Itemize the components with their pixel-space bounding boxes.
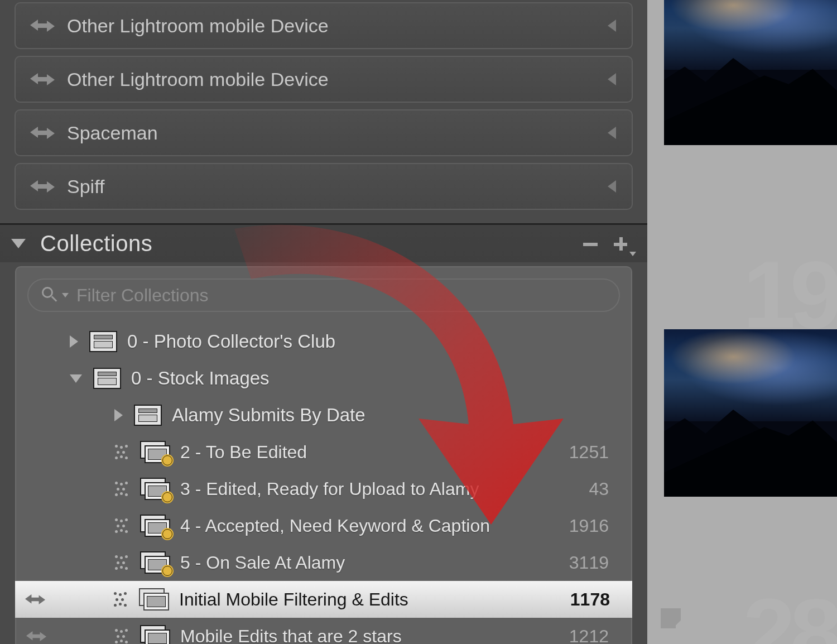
photo-count: 43 bbox=[589, 479, 609, 499]
chevron-left-icon[interactable] bbox=[608, 127, 616, 139]
left-panel: Other Lightroom mobile Device Other Ligh… bbox=[0, 0, 647, 644]
photo-count: 1251 bbox=[569, 442, 609, 463]
sync-icon bbox=[30, 124, 55, 141]
panel-title: Collections bbox=[40, 231, 152, 256]
drag-grip-icon[interactable] bbox=[114, 628, 130, 644]
flag-icon[interactable] bbox=[661, 608, 681, 628]
tree-label: 2 - To Be Edited bbox=[180, 442, 569, 463]
collection-set-pcc[interactable]: 0 - Photo Collector's Club bbox=[16, 323, 631, 360]
chevron-left-icon[interactable] bbox=[608, 20, 616, 32]
collections-panel-body: 0 - Photo Collector's Club 0 - Stock Ima… bbox=[15, 266, 632, 644]
smart-collection-on-sale[interactable]: 5 - On Sale At Alamy 3119 bbox=[16, 544, 631, 581]
sync-icon bbox=[30, 17, 55, 34]
tree-label: Initial Mobile Filtering & Edits bbox=[179, 589, 570, 610]
drag-grip-icon[interactable] bbox=[114, 555, 130, 570]
chevron-down-icon[interactable] bbox=[11, 239, 26, 248]
tree-label: Alamy Submits By Date bbox=[172, 405, 609, 426]
photo-count: 3119 bbox=[569, 552, 609, 573]
grid-thumbnails: 19 28 bbox=[647, 0, 837, 644]
collections-tree: 0 - Photo Collector's Club 0 - Stock Ima… bbox=[16, 323, 631, 644]
collection-initial-mobile-filtering[interactable]: Initial Mobile Filtering & Edits 1178 bbox=[15, 581, 632, 618]
device-label: Other Lightroom mobile Device bbox=[67, 69, 329, 90]
chevron-left-icon[interactable] bbox=[608, 73, 616, 85]
drag-grip-icon[interactable] bbox=[114, 444, 130, 460]
cell-index: 28 bbox=[743, 578, 837, 644]
collection-icon bbox=[140, 625, 170, 644]
device-row[interactable]: Spiff bbox=[15, 163, 633, 210]
sync-icon bbox=[25, 593, 45, 607]
sync-icon bbox=[30, 178, 55, 195]
filter-collections-input[interactable] bbox=[76, 285, 605, 306]
smart-collection-icon bbox=[140, 551, 170, 574]
drag-grip-icon[interactable] bbox=[114, 481, 130, 497]
filter-collections-field[interactable] bbox=[27, 278, 620, 312]
tree-label: Mobile Edits that are 2 stars bbox=[180, 626, 569, 645]
photo-count: 1178 bbox=[570, 589, 610, 610]
tree-label: 3 - Edited, Ready for Upload to Alamy bbox=[180, 479, 589, 499]
device-row[interactable]: Spaceman bbox=[15, 109, 633, 156]
drag-grip-icon[interactable] bbox=[114, 518, 130, 534]
drag-grip-icon[interactable] bbox=[113, 592, 129, 607]
chevron-left-icon[interactable] bbox=[608, 180, 616, 193]
photo-count: 1916 bbox=[569, 516, 609, 536]
tree-label: 0 - Stock Images bbox=[131, 368, 609, 389]
smart-collection-to-be-edited[interactable]: 2 - To Be Edited 1251 bbox=[16, 434, 631, 470]
tree-label: 0 - Photo Collector's Club bbox=[127, 331, 609, 352]
sync-icon bbox=[26, 629, 46, 643]
collection-set-icon bbox=[89, 331, 117, 352]
remove-collection-button[interactable] bbox=[580, 234, 600, 254]
smart-collection-accepted[interactable]: 4 - Accepted, Need Keyword & Caption 191… bbox=[16, 507, 631, 544]
search-menu-caret-icon[interactable] bbox=[62, 293, 69, 297]
smart-collection-icon bbox=[140, 441, 170, 463]
collections-panel-header[interactable]: Collections bbox=[0, 223, 647, 262]
sync-icon bbox=[30, 71, 55, 88]
device-row[interactable]: Other Lightroom mobile Device bbox=[15, 56, 633, 103]
collection-mobile-2stars[interactable]: Mobile Edits that are 2 stars 1212 bbox=[16, 618, 631, 644]
tree-label: 4 - Accepted, Need Keyword & Caption bbox=[180, 516, 569, 536]
add-collection-button[interactable] bbox=[610, 234, 631, 254]
collection-icon bbox=[139, 588, 169, 611]
search-icon bbox=[42, 287, 59, 304]
device-list: Other Lightroom mobile Device Other Ligh… bbox=[15, 2, 633, 210]
photo-count: 1212 bbox=[569, 626, 609, 645]
collection-set-stock[interactable]: 0 - Stock Images bbox=[16, 360, 631, 397]
collection-set-icon bbox=[134, 405, 162, 426]
smart-collection-icon bbox=[140, 478, 170, 500]
collection-set-icon bbox=[93, 368, 121, 389]
chevron-right-icon[interactable] bbox=[70, 335, 78, 348]
smart-collection-icon bbox=[140, 515, 170, 537]
thumbnail[interactable] bbox=[664, 0, 837, 145]
collection-set-alamy-dates[interactable]: Alamy Submits By Date bbox=[16, 397, 631, 434]
device-label: Spiff bbox=[67, 176, 104, 198]
device-label: Spaceman bbox=[67, 122, 158, 144]
chevron-right-icon[interactable] bbox=[114, 409, 123, 421]
smart-collection-edited-ready[interactable]: 3 - Edited, Ready for Upload to Alamy 43 bbox=[16, 470, 631, 507]
thumbnail[interactable] bbox=[664, 329, 837, 497]
device-label: Other Lightroom mobile Device bbox=[67, 15, 329, 37]
device-row[interactable]: Other Lightroom mobile Device bbox=[15, 2, 633, 49]
chevron-down-icon[interactable] bbox=[70, 374, 82, 383]
tree-label: 5 - On Sale At Alamy bbox=[180, 552, 569, 573]
